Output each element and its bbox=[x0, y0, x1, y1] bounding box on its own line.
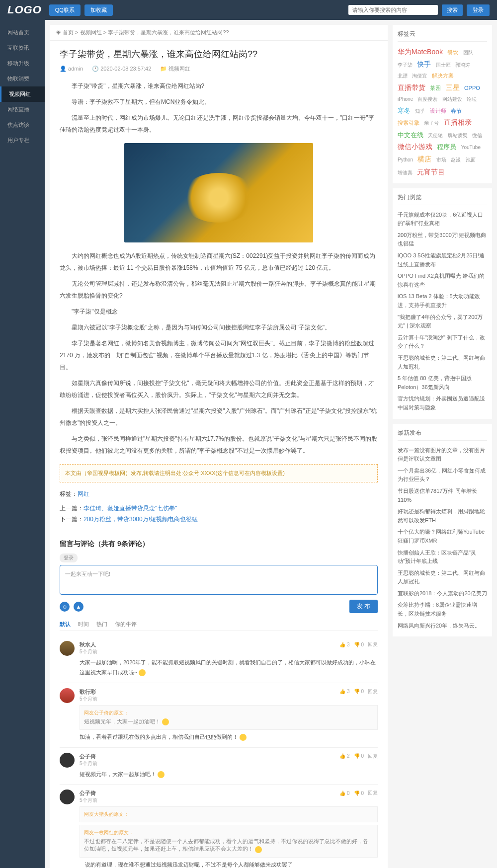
article-author: admin bbox=[68, 66, 83, 72]
tag-link[interactable]: 茶园 bbox=[430, 83, 441, 93]
tag-link[interactable]: 郭鸿涛 bbox=[455, 61, 470, 70]
tag-link[interactable]: 横店 bbox=[417, 153, 431, 165]
tag-link[interactable]: 直播带货 bbox=[398, 81, 425, 94]
tag-link[interactable]: 春节 bbox=[451, 106, 462, 116]
tag-link[interactable]: 赵漫 bbox=[451, 156, 461, 164]
tag-link[interactable]: OPPO bbox=[464, 83, 480, 93]
tag-link[interactable]: 淘便宜 bbox=[412, 72, 427, 80]
favorite-button[interactable]: 加收藏 bbox=[84, 4, 113, 16]
tag-link[interactable]: 天使轮 bbox=[428, 131, 443, 140]
tag-link[interactable]: 网站建设 bbox=[442, 95, 462, 104]
image-upload-icon[interactable]: ▲ bbox=[74, 602, 83, 612]
tag-link[interactable]: 设计师 bbox=[430, 106, 446, 116]
dislike-button[interactable]: 👎 0 bbox=[354, 753, 364, 759]
prev-article-link[interactable]: 李佳琦、薇娅直播带货悬念"七伤拳" bbox=[83, 505, 177, 512]
latest-item[interactable]: 一个月卖出36亿，网红小零食如何成为行业巨头？ bbox=[398, 465, 487, 485]
tag-link[interactable]: 论坛 bbox=[467, 95, 477, 104]
tag-link[interactable]: 华为MateBook bbox=[398, 46, 443, 58]
hot-item[interactable]: 200万粉丝，带货3000万!短视频电商也很猛 bbox=[398, 230, 487, 250]
breadcrumb-cat[interactable]: 视频网红 bbox=[80, 29, 102, 35]
comment-tab[interactable]: 时间 bbox=[78, 621, 89, 628]
qq-contact-button[interactable]: QQ联系 bbox=[49, 4, 81, 16]
nav-item[interactable]: 互联资讯 bbox=[0, 40, 45, 56]
tag-link[interactable]: 寒冬 bbox=[398, 105, 411, 116]
dislike-button[interactable]: 👎 0 bbox=[354, 689, 364, 694]
login-button[interactable]: 登录 bbox=[467, 4, 490, 16]
tag-link[interactable]: 增速宾 bbox=[398, 168, 413, 177]
next-article-link[interactable]: 200万粉丝，带货3000万!短视频电商也很猛 bbox=[83, 516, 198, 523]
hot-item[interactable]: 王思聪的城长史：第二代、网红与商人加冠礼 bbox=[398, 352, 487, 373]
tag-link[interactable]: 直播相亲 bbox=[444, 116, 472, 129]
logo[interactable]: LOGO bbox=[7, 3, 42, 16]
hot-item[interactable]: 千元旗舰成本仅20块，6亿近视人口的"暴利"行业真相 bbox=[398, 209, 487, 230]
latest-item[interactable]: 王思聪的城长史：第二代、网红与商人加冠礼 bbox=[398, 567, 487, 588]
tag-link[interactable]: 快手 bbox=[417, 58, 431, 71]
reply-button[interactable]: 回复 bbox=[368, 753, 378, 760]
tag-link[interactable]: iPhone bbox=[398, 95, 413, 104]
tag-link[interactable]: 李子柒 bbox=[398, 61, 413, 70]
nav-item[interactable]: 物联消费 bbox=[0, 71, 45, 86]
latest-item[interactable]: 十个亿大的壕？网络红利骑YouTube狂赚门罗币XMR bbox=[398, 526, 487, 547]
comment-tab[interactable]: 默认 bbox=[60, 621, 71, 628]
hot-item[interactable]: iQOO 3 5G性能旗舰定档2月25日!通过线上直播发布 bbox=[398, 250, 487, 270]
tag-link[interactable]: 程序员 bbox=[437, 141, 456, 153]
hot-item[interactable]: 官方忧约规划：外卖围送员遭遇配送中国对策与隐象 bbox=[398, 393, 487, 413]
emoji-picker-icon[interactable]: ☺ bbox=[60, 602, 70, 612]
hot-item[interactable]: OPPO Find X2真机图曝光 给我们的惊喜有这些 bbox=[398, 270, 487, 291]
like-button[interactable]: 👍 3 bbox=[339, 642, 349, 647]
tag-link[interactable]: 牌站质疑 bbox=[448, 131, 468, 140]
tag-link[interactable]: 微信小游戏 bbox=[398, 141, 432, 153]
reply-button[interactable]: 回复 bbox=[368, 641, 378, 648]
comment-tab[interactable]: 热门 bbox=[96, 621, 107, 628]
nav-item[interactable]: 视频网红 bbox=[0, 86, 45, 102]
tag-link[interactable]: 网红 bbox=[78, 490, 89, 497]
tag-link[interactable]: 知乎 bbox=[415, 107, 425, 116]
hot-item[interactable]: 5 年估值 80 亿美，背抱中国版 Peloton）36氪新风向 bbox=[398, 373, 487, 393]
nav-item[interactable]: 用户专栏 bbox=[0, 133, 45, 148]
comment-tab[interactable]: 你的牛评 bbox=[115, 621, 137, 628]
tag-link[interactable]: 解决方案 bbox=[432, 71, 454, 81]
breadcrumb-home[interactable]: 首页 bbox=[63, 29, 74, 35]
tag-link[interactable]: 元宵节目 bbox=[417, 166, 445, 178]
tag-link[interactable]: 三星 bbox=[446, 81, 460, 94]
nav-item[interactable]: 网站首页 bbox=[0, 25, 45, 40]
tag-link[interactable]: 国士匠 bbox=[436, 61, 451, 70]
comment-textarea[interactable]: 一起来互动一下吧! bbox=[60, 565, 378, 595]
hot-item[interactable]: 云计算十年"浪淘沙" 剩下了什么，改变了什么？ bbox=[398, 332, 487, 352]
dislike-button[interactable]: 👎 0 bbox=[354, 790, 364, 796]
publish-comment-button[interactable]: 发 布 bbox=[349, 600, 378, 613]
tag-link[interactable]: 百度搜索 bbox=[417, 95, 437, 104]
comment-login-hint[interactable]: 登录 bbox=[60, 553, 78, 562]
hot-item[interactable]: "我把赚了4年的公众号，卖了200万元" | 深水观察 bbox=[398, 312, 487, 332]
latest-item[interactable]: 节日股送信单7817万件 同年增长110% bbox=[398, 485, 487, 506]
like-button[interactable]: 👍 0 bbox=[339, 790, 349, 796]
like-button[interactable]: 👍 2 bbox=[339, 753, 349, 759]
nav-item[interactable]: 焦点访谈 bbox=[0, 117, 45, 133]
dislike-button[interactable]: 👎 0 bbox=[354, 642, 364, 647]
tag-link[interactable]: YouTube bbox=[461, 143, 481, 152]
latest-item[interactable]: 好玩还是狗都得太烦啊，用脚踢地轮然可以改发ETH bbox=[398, 506, 487, 526]
tag-link[interactable]: 泡面 bbox=[466, 156, 476, 164]
tag-link[interactable]: 亲子号 bbox=[424, 119, 439, 128]
tag-link[interactable]: 市场 bbox=[436, 156, 446, 164]
search-button[interactable]: 搜索 bbox=[442, 4, 463, 16]
latest-item[interactable]: 网络风向新兴行20年，终失马云。 bbox=[398, 620, 487, 632]
like-button[interactable]: 👍 3 bbox=[339, 689, 349, 694]
nav-item[interactable]: 网络直播 bbox=[0, 102, 45, 117]
tag-link[interactable]: 中文在线 bbox=[398, 129, 423, 141]
latest-item[interactable]: 快播创始人王欣：区块链产品"灵动"预计年底上线 bbox=[398, 547, 487, 567]
tag-link[interactable]: Python bbox=[398, 156, 413, 164]
reply-button[interactable]: 回复 bbox=[368, 789, 378, 796]
tag-link[interactable]: 微信 bbox=[472, 131, 482, 140]
tag-link[interactable]: 餐饮 bbox=[447, 48, 458, 58]
tag-link[interactable]: 团队 bbox=[463, 48, 473, 57]
latest-item[interactable]: 发布一篇没有图片的文章，没有图片但是评联认文章图 bbox=[398, 445, 487, 465]
search-input[interactable] bbox=[348, 5, 438, 15]
latest-item[interactable]: 众筹比持李端：8属企业需快速增长，区块链技术服务 bbox=[398, 599, 487, 620]
hot-item[interactable]: iOS 13 Beta 2 体验：5大动功能改进，支持手机直接升 bbox=[398, 291, 487, 311]
reply-button[interactable]: 回复 bbox=[368, 688, 378, 695]
latest-item[interactable]: 宜联影的2018：令人震动的20亿美刀 bbox=[398, 588, 487, 600]
tag-link[interactable]: 搜索引擎 bbox=[398, 118, 419, 128]
tag-link[interactable]: 北漂 bbox=[398, 72, 408, 80]
nav-item[interactable]: 移动升级 bbox=[0, 56, 45, 71]
